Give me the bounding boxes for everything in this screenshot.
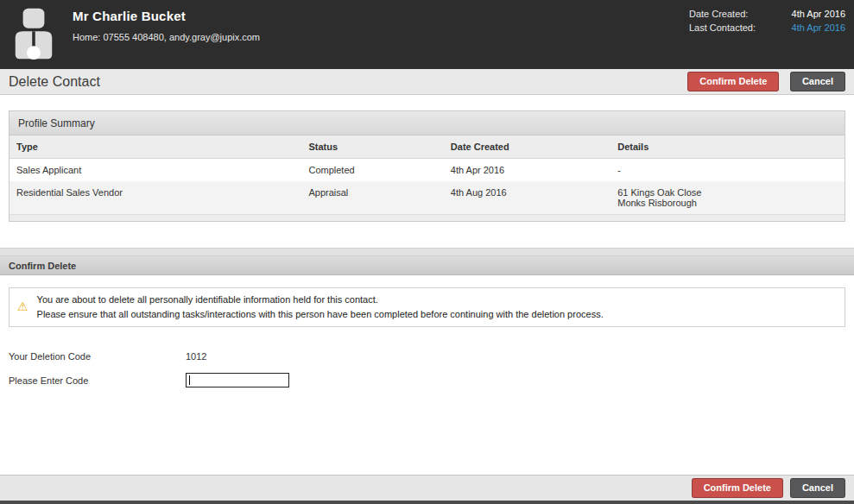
enter-code-label: Please Enter Code [9,375,186,386]
warning-text: You are about to delete all personally i… [37,293,604,322]
footer-actions: Confirm Delete Cancel [0,475,854,501]
page-title: Delete Contact [9,74,687,90]
column-header-date-created: Date Created [444,135,610,159]
deletion-code-value: 1012 [186,351,206,362]
profile-summary-panel: Profile Summary Type Status Date Created… [9,110,845,222]
cell-status: Completed [301,159,443,182]
window-bottom-edge [0,501,854,504]
profile-row-sales-applicant: Sales Applicant Completed 4th Apr 2016 - [9,159,845,182]
contact-dates: Date Created: 4th Apr 2016 Last Contacte… [689,7,845,33]
page-content: Profile Summary Type Status Date Created… [0,95,854,475]
contact-details: Home: 07555 408480, andy.gray@jupix.com [73,32,689,42]
confirm-delete-button-top[interactable]: Confirm Delete [687,72,779,91]
person-icon [9,7,59,60]
cell-details: 61 Kings Oak Close Monks Risborough [610,181,845,214]
titlebar-actions: Confirm Delete Cancel [687,72,845,91]
profile-summary-title: Profile Summary [9,111,845,135]
enter-code-input[interactable] [186,373,289,387]
contact-avatar [9,7,59,60]
page-titlebar: Delete Contact Confirm Delete Cancel [0,69,854,95]
cell-date-created: 4th Apr 2016 [444,159,610,182]
deletion-code-label: Your Deletion Code [9,351,186,362]
cell-type: Sales Applicant [9,159,301,182]
contact-name: Mr Charlie Bucket [73,9,689,23]
column-header-status: Status [301,135,443,159]
deletion-warning: ⚠ You are about to delete all personally… [9,287,845,327]
confirm-delete-button-bottom[interactable]: Confirm Delete [692,478,783,498]
last-contacted-value[interactable]: 4th Apr 2016 [768,22,845,33]
column-header-details: Details [610,135,845,159]
cancel-button-top[interactable]: Cancel [790,72,845,91]
table-header-row: Type Status Date Created Details [9,135,845,159]
warning-line-2: Please ensure that all outstanding tasks… [37,307,604,322]
deletion-code-form: Your Deletion Code 1012 Please Enter Cod… [9,351,845,387]
column-header-type: Type [9,135,301,159]
warning-icon: ⚠ [17,298,28,317]
text-caret [189,375,190,385]
warning-line-1: You are about to delete all personally i… [37,293,604,307]
cell-details: - [610,159,845,182]
date-created-value: 4th Apr 2016 [768,9,845,19]
contact-meta: Mr Charlie Bucket Home: 07555 408480, an… [73,7,689,42]
profile-summary-table: Type Status Date Created Details Sales A… [9,135,845,214]
cell-type: Residential Sales Vendor [9,181,301,214]
panel-bottom-strip [9,214,845,221]
section-divider [0,248,854,256]
enter-code-input-wrap [186,373,289,387]
profile-row-residential-sales-vendor: Residential Sales Vendor Appraisal 4th A… [9,181,845,214]
enter-code-row: Please Enter Code [9,373,845,387]
deletion-code-row: Your Deletion Code 1012 [9,351,845,362]
contact-header: Mr Charlie Bucket Home: 07555 408480, an… [0,0,854,69]
last-contacted-label: Last Contacted: [689,22,756,33]
cell-status: Appraisal [301,181,443,214]
confirm-delete-section-title: Confirm Delete [0,256,854,275]
delete-contact-page: Mr Charlie Bucket Home: 07555 408480, an… [0,0,854,504]
cell-date-created: 4th Aug 2016 [444,181,610,214]
date-created-label: Date Created: [689,9,756,19]
cancel-button-bottom[interactable]: Cancel [790,478,845,498]
